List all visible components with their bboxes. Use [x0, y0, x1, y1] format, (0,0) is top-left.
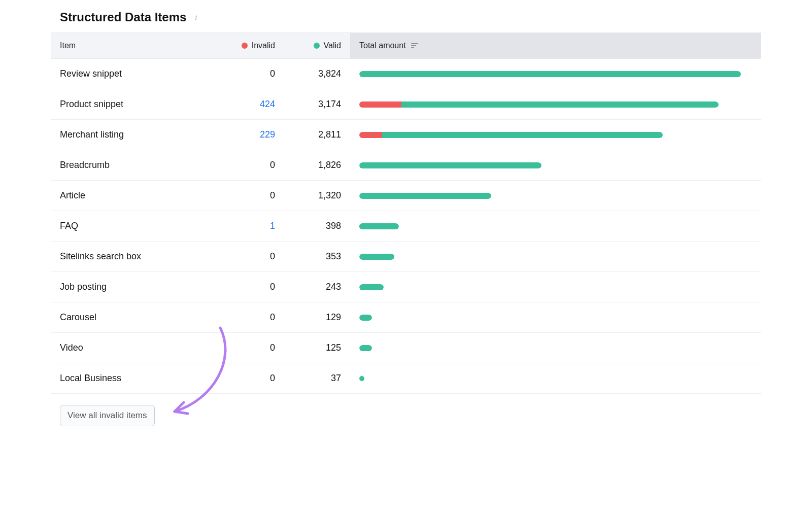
- col-header-invalid-label: Invalid: [252, 41, 275, 50]
- view-all-invalid-button[interactable]: View all invalid items: [60, 405, 155, 426]
- info-icon[interactable]: i: [191, 13, 200, 22]
- structured-data-table: Item Invalid Valid Total amount Review s…: [51, 32, 761, 394]
- total-bar: [350, 376, 761, 382]
- invalid-count: 0: [193, 282, 284, 292]
- valid-count: 1,320: [284, 190, 350, 201]
- table-row: Job posting0243: [51, 272, 761, 302]
- table-row: FAQ1398: [51, 211, 761, 242]
- invalid-dot-icon: [242, 43, 248, 49]
- section-header: Structured Data Items i: [51, 10, 761, 32]
- table-row: Merchant listing2292,811: [51, 120, 761, 150]
- valid-count: 125: [284, 343, 350, 353]
- col-header-invalid[interactable]: Invalid: [193, 41, 284, 50]
- section-title: Structured Data Items: [60, 10, 186, 24]
- invalid-count: 0: [193, 251, 284, 262]
- table-row: Video0125: [51, 333, 761, 363]
- invalid-count: 0: [193, 160, 284, 170]
- valid-count: 129: [284, 312, 350, 323]
- item-name: Merchant listing: [51, 129, 193, 140]
- valid-count: 243: [284, 282, 350, 292]
- col-header-valid[interactable]: Valid: [284, 41, 350, 50]
- col-header-item[interactable]: Item: [51, 41, 193, 50]
- total-bar: [350, 254, 761, 260]
- invalid-count: 0: [193, 373, 284, 384]
- item-name: Sitelinks search box: [51, 251, 193, 262]
- invalid-count: 0: [193, 343, 284, 353]
- valid-count: 2,811: [284, 129, 350, 140]
- valid-count: 398: [284, 221, 350, 231]
- item-name: Review snippet: [51, 69, 193, 79]
- total-bar: [350, 101, 761, 108]
- valid-count: 3,824: [284, 69, 350, 79]
- total-bar: [350, 193, 761, 199]
- valid-count: 353: [284, 251, 350, 262]
- invalid-count: 0: [193, 312, 284, 323]
- total-bar: [350, 132, 761, 138]
- col-header-item-label: Item: [60, 41, 76, 50]
- total-bar: [350, 223, 761, 229]
- item-name: Video: [51, 343, 193, 353]
- invalid-count[interactable]: 1: [193, 221, 284, 231]
- total-bar: [350, 315, 761, 321]
- total-bar: [350, 345, 761, 351]
- total-bar: [350, 284, 761, 290]
- col-header-valid-label: Valid: [324, 41, 341, 50]
- valid-count: 3,174: [284, 99, 350, 110]
- table-row: Product snippet4243,174: [51, 89, 761, 120]
- item-name: Job posting: [51, 282, 193, 292]
- item-name: Local Business: [51, 373, 193, 384]
- table-row: Carousel0129: [51, 302, 761, 333]
- table-row: Article01,320: [51, 181, 761, 211]
- valid-count: 37: [284, 373, 350, 384]
- table-row: Sitelinks search box0353: [51, 242, 761, 272]
- table-row: Local Business037: [51, 363, 761, 394]
- sort-desc-icon: [411, 42, 418, 49]
- item-name: FAQ: [51, 221, 193, 231]
- col-header-total-label: Total amount: [359, 41, 406, 50]
- col-header-total[interactable]: Total amount: [350, 33, 761, 58]
- table-header-row: Item Invalid Valid Total amount: [51, 32, 761, 59]
- item-name: Product snippet: [51, 99, 193, 110]
- item-name: Article: [51, 190, 193, 201]
- item-name: Breadcrumb: [51, 160, 193, 170]
- invalid-count: 0: [193, 69, 284, 79]
- table-row: Review snippet03,824: [51, 59, 761, 89]
- valid-dot-icon: [314, 43, 320, 49]
- total-bar: [350, 162, 761, 168]
- table-row: Breadcrumb01,826: [51, 150, 761, 181]
- invalid-count[interactable]: 229: [193, 129, 284, 140]
- invalid-count[interactable]: 424: [193, 99, 284, 110]
- item-name: Carousel: [51, 312, 193, 323]
- total-bar: [350, 71, 761, 77]
- valid-count: 1,826: [284, 160, 350, 170]
- invalid-count: 0: [193, 190, 284, 201]
